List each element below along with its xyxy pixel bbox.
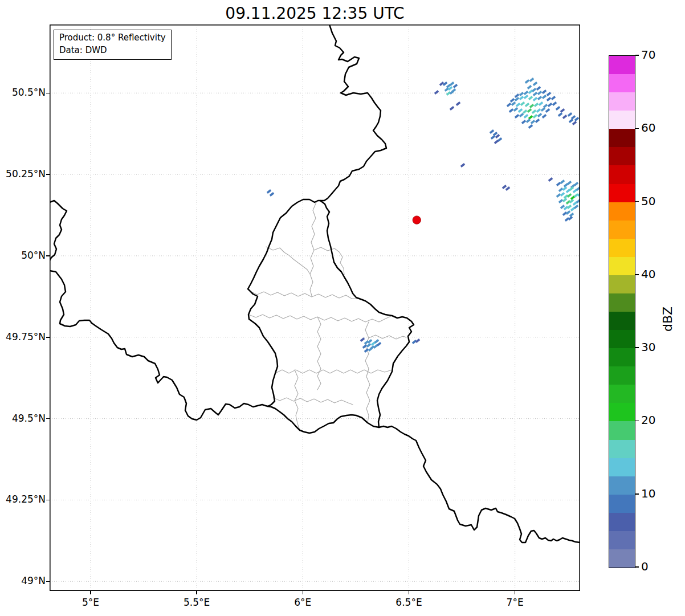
colorbar-tick-mark <box>635 274 639 275</box>
radar-echo-bin <box>528 115 533 120</box>
colorbar-segment <box>609 494 635 513</box>
radar-echo-bin <box>536 108 541 113</box>
radar-echo-bin <box>568 112 573 117</box>
radar-echo-bin <box>534 103 539 107</box>
radar-echo-bin <box>539 101 544 106</box>
radar-echo-bin <box>571 115 576 120</box>
grid-layer <box>50 25 580 591</box>
radar-echo-bin <box>560 192 565 197</box>
x-tick-mark <box>196 591 197 594</box>
y-tick-label: 49.25°N <box>2 493 46 505</box>
radar-site-marker <box>413 216 421 224</box>
radar-echo-bin <box>524 114 529 119</box>
colorbar-segment <box>609 147 635 166</box>
radar-echo-bin <box>456 101 461 106</box>
y-tick-mark <box>46 337 50 338</box>
radar-echo-bin <box>360 337 365 342</box>
data-source-line: Data: DWD <box>59 44 166 57</box>
country-borders <box>50 25 580 542</box>
radar-echo-bin <box>558 199 564 203</box>
y-tick-label: 50.5°N <box>2 87 46 98</box>
radar-echo-bin <box>523 109 528 114</box>
radar-echo-bin <box>537 91 543 95</box>
colorbar-tick-mark <box>635 493 639 495</box>
annotation-box: Product: 0.8° Reflectivity Data: DWD <box>54 30 172 60</box>
radar-echo-bin <box>434 90 439 95</box>
radar-echo-bin <box>507 103 512 107</box>
colorbar-segment <box>609 183 635 202</box>
radar-echo-bin <box>558 112 563 117</box>
radar-echo-bin <box>556 193 561 198</box>
radar-echo-bin <box>450 106 455 111</box>
colorbar-segment <box>609 293 635 312</box>
x-tick-label: 5°E <box>65 597 116 608</box>
radar-echo-bin <box>527 85 532 89</box>
radar-echo-bin <box>537 96 543 100</box>
colorbar-tick-label: 60 <box>641 121 655 134</box>
radar-echo-bin <box>502 185 507 189</box>
radar-echo-bin <box>439 81 445 86</box>
radar-echo-bin <box>533 97 538 101</box>
radar-echo-bin <box>547 97 552 101</box>
y-tick-label: 49°N <box>2 575 46 586</box>
colorbar-segment <box>609 439 635 458</box>
radar-figure: 09.11.2025 12:35 UTC Product: 0.8° Refle… <box>0 0 685 616</box>
radar-echo-bin <box>519 113 524 117</box>
radar-echo-bin <box>267 189 272 194</box>
colorbar-segment <box>609 111 635 129</box>
colorbar-segment <box>609 165 635 184</box>
page-title: 09.11.2025 12:35 UTC <box>50 5 580 23</box>
colorbar-tick-label: 50 <box>641 194 655 208</box>
radar-echo-bin <box>548 103 553 107</box>
radar-echo-bin <box>560 108 565 113</box>
x-tick-label: 6°E <box>277 597 328 608</box>
radar-echo-bin <box>515 114 520 119</box>
radar-echo-bin <box>529 77 535 82</box>
radar-echo-bin <box>535 119 540 123</box>
colorbar-tick-mark <box>635 566 639 568</box>
colorbar-segment <box>609 220 635 239</box>
colorbar-segment <box>609 512 635 531</box>
colorbar-segment <box>609 56 635 74</box>
radar-echo-bin <box>533 114 538 119</box>
colorbar-segment <box>609 256 635 275</box>
colorbar-segment <box>609 330 635 349</box>
y-tick-label: 50.25°N <box>2 168 46 180</box>
y-tick-mark <box>46 500 50 501</box>
colorbar-tick-mark <box>635 421 639 422</box>
product-line: Product: 0.8° Reflectivity <box>59 32 166 44</box>
radar-echo-bin <box>366 343 372 348</box>
colorbar-tick-label: 30 <box>641 340 655 354</box>
radar-echo-bin <box>547 92 552 96</box>
radar-echo-bin <box>519 96 524 100</box>
colorbar-segment <box>609 92 635 111</box>
radar-site-marker-layer <box>413 216 421 224</box>
radar-echo-bin <box>545 108 551 113</box>
radar-echo-bin <box>527 108 532 113</box>
radar-echo-bin <box>533 92 538 96</box>
radar-echo-bin <box>490 129 495 134</box>
radar-echo-bin <box>520 101 525 106</box>
radar-echo-bin <box>515 93 520 98</box>
radar-echo-bin <box>556 106 561 111</box>
radar-echo-bin <box>528 96 533 100</box>
radar-echo-bin <box>542 95 547 99</box>
radar-echo-bin <box>525 103 530 107</box>
colorbar-tick-label: 0 <box>641 560 649 573</box>
colorbar-tick-label: 10 <box>641 487 655 500</box>
radar-echo-bin <box>562 115 568 119</box>
radar-echo-bin <box>518 108 523 113</box>
radar-echo-bin <box>528 124 533 129</box>
radar-echo-bin <box>536 86 541 91</box>
radar-echo-layer <box>267 77 580 353</box>
colorbar-tick-mark <box>635 347 639 348</box>
map-plot <box>50 25 580 591</box>
radar-echo-bin <box>552 101 557 106</box>
radar-echo-bin <box>516 103 521 107</box>
radar-echo-bin <box>572 121 577 125</box>
colorbar-tick-label: 20 <box>641 413 655 427</box>
colorbar-segment <box>609 403 635 422</box>
x-tick-mark <box>303 591 304 594</box>
colorbar-segment <box>609 238 635 257</box>
colorbar-unit-label: dBZ <box>660 299 676 339</box>
